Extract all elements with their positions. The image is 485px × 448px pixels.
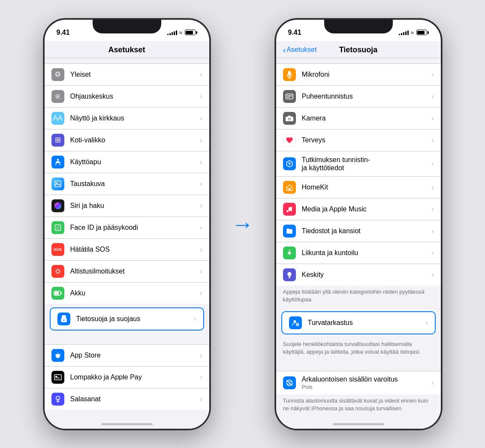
list-item-turvatarkastus-highlighted[interactable]: Turvatarkastus › (281, 311, 436, 334)
home-indicator-left (101, 423, 153, 425)
passwords-icon (51, 393, 64, 406)
signal-left (167, 30, 177, 35)
list-item-koti[interactable]: ⊞ Koti-valikko › (45, 129, 209, 151)
signal-right (399, 30, 409, 35)
list-item-akku[interactable]: Akku › (45, 283, 209, 304)
liikunta-label: Liikunta ja kuntoilu (302, 249, 432, 257)
list-item-naytto[interactable]: AA Näyttö ja kirkkaus › (45, 108, 209, 129)
terveys-icon (283, 134, 296, 147)
sensitive-label: Arkaluontoisen sisällön varoitus (302, 376, 432, 383)
tietosuoja-label: Tietosuoja ja suojaus (76, 315, 194, 323)
right-phone: 9.41 ≈ (275, 18, 442, 430)
homekit-label: HomeKit (302, 183, 432, 191)
siri-label: Siri ja haku (70, 202, 200, 210)
left-scroll[interactable]: ⚙ Yleiset › ⊞ Ohjauskeskus › AA Näyttö j… (45, 58, 209, 429)
sos-icon: SOS (51, 243, 64, 256)
list-item-sensitive[interactable]: Arkaluontoisen sisällön varoitus Pois › (276, 371, 441, 394)
svg-rect-34 (288, 277, 290, 278)
list-item-appstore[interactable]: App Store › (45, 344, 209, 367)
svg-point-33 (289, 250, 290, 251)
home-indicator-right (333, 423, 384, 425)
list-item-siri[interactable]: Siri ja haku › (45, 195, 209, 217)
svg-point-32 (290, 209, 292, 211)
sensitive-icon (283, 376, 296, 389)
svg-rect-5 (55, 225, 61, 231)
list-item-keskity[interactable]: Keskity › (276, 264, 441, 286)
arrow-icon: → (232, 213, 254, 235)
time-right: 9.41 (288, 29, 301, 36)
right-scroll[interactable]: Mikrofoni › Puheentunnistus › (276, 58, 441, 429)
list-item-liikunta[interactable]: Liikunta ja kuntoilu › (276, 242, 441, 264)
exposure-label: Altistusilmoitukset (70, 268, 200, 275)
list-item-tietosuoja-highlighted[interactable]: Tietosuoja ja suojaus › (50, 307, 204, 331)
akku-icon (51, 287, 64, 300)
list-item-puheentunnistus[interactable]: Puheentunnistus › (276, 86, 441, 108)
arrow-container: → (228, 213, 258, 235)
list-item-passwords[interactable]: Salasanat › (45, 388, 209, 410)
media-label: Media ja Apple Music (302, 205, 432, 213)
list-item-faceid[interactable]: Face ID ja pääsykoodi › (45, 217, 209, 239)
faceid-label: Face ID ja pääsykoodi (70, 224, 200, 232)
wallet-label: Lompakko ja Apple Pay (70, 373, 200, 381)
nav-back-button[interactable]: ‹ Asetukset (283, 45, 317, 54)
sensitive-labels: Arkaluontoisen sisällön varoitus Pois (302, 376, 432, 390)
mikrofoni-icon (283, 68, 296, 81)
keskity-icon (283, 268, 296, 281)
kamera-icon (283, 112, 296, 125)
list-item-taustakuva[interactable]: Taustakuva › (45, 173, 209, 195)
battery-right (416, 30, 429, 35)
appstore-icon (51, 349, 64, 362)
bottom-text: Tunnista alastomuutta sisältävät kuvat j… (276, 394, 441, 417)
taustakuva-label: Taustakuva (70, 180, 200, 188)
exposure-icon (51, 265, 64, 278)
koti-icon: ⊞ (51, 134, 64, 147)
taustakuva-icon (51, 177, 64, 190)
svg-point-6 (56, 226, 57, 227)
koti-label: Koti-valikko (70, 136, 200, 144)
svg-point-7 (58, 226, 59, 227)
tietosuoja-icon (57, 313, 70, 325)
turvatarkastus-icon (289, 316, 302, 329)
mikrofoni-label: Mikrofoni (302, 71, 432, 78)
back-label: Asetukset (286, 46, 316, 54)
yleiset-chevron: › (200, 71, 202, 78)
siri-icon (51, 199, 64, 212)
list-item-ohjauskeskus[interactable]: ⊞ Ohjauskeskus › (45, 86, 209, 108)
svg-rect-20 (57, 400, 58, 401)
left-main-list: ⚙ Yleiset › ⊞ Ohjauskeskus › AA Näyttö j… (45, 63, 209, 304)
tutkimus-icon (283, 157, 296, 170)
naytto-label: Näyttö ja kirkkaus (70, 114, 200, 122)
list-item-sos[interactable]: SOS Hätätila SOS › (45, 239, 209, 261)
list-item-exposure[interactable]: Altistusilmoitukset › (45, 261, 209, 283)
svg-line-2 (59, 163, 60, 165)
back-chevron-icon: ‹ (283, 45, 286, 54)
list-item-mikrofoni[interactable]: Mikrofoni › (276, 63, 441, 86)
notch-left (93, 20, 161, 33)
media-icon (283, 203, 296, 216)
svg-point-36 (293, 320, 296, 323)
list-item-kamera[interactable]: Kamera › (276, 108, 441, 129)
list-item-tiedostot[interactable]: Tiedostot ja kansiot › (276, 220, 441, 242)
list-item-homekit[interactable]: HomeKit › (276, 177, 441, 198)
yleiset-label: Yleiset (70, 71, 200, 78)
privacy-info-text: Appeja lisätään yllä oleviin kategorioih… (276, 286, 441, 308)
liikunta-icon (283, 247, 296, 259)
svg-rect-12 (60, 292, 62, 294)
list-item-kayttoapu[interactable]: Käyttöapu › (45, 151, 209, 173)
list-item-media[interactable]: Media ja Apple Music › (276, 198, 441, 220)
list-item-wallet[interactable]: Lompakko ja Apple Pay › (45, 367, 209, 388)
svg-rect-15 (54, 375, 61, 380)
list-item-terveys[interactable]: Terveys › (276, 129, 441, 151)
notch-right (324, 20, 393, 33)
left-screen: Asetukset ⚙ Yleiset › ⊞ Ohjauskeskus › (45, 41, 209, 429)
svg-point-8 (56, 270, 60, 273)
homekit-icon (283, 181, 296, 194)
right-bottom-list: Arkaluontoisen sisällön varoitus Pois › (276, 371, 441, 394)
wifi-left: ≈ (179, 29, 183, 36)
yleiset-icon: ⚙ (51, 68, 64, 81)
list-item-yleiset[interactable]: ⚙ Yleiset › (45, 63, 209, 86)
list-item-tutkimus[interactable]: Tutkimuksen tunnistin-ja käyttötiedot › (276, 151, 441, 177)
status-icons-left: ≈ (167, 29, 197, 36)
sos-label: Hätätila SOS (70, 246, 200, 253)
akku-label: Akku (70, 289, 200, 297)
